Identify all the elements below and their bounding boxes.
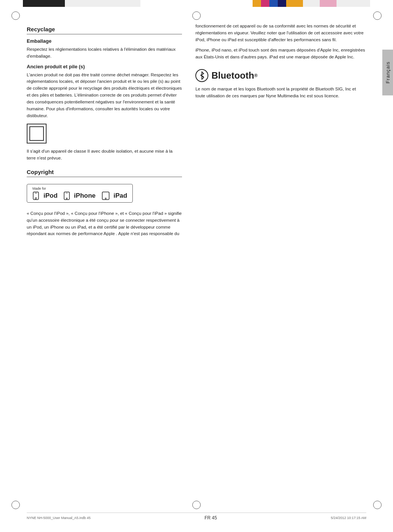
right-color-strip bbox=[253, 0, 370, 7]
reg-circle-bm bbox=[192, 501, 201, 509]
class2-icon bbox=[27, 124, 47, 143]
svg-point-7 bbox=[105, 198, 106, 199]
ipod-label: iPod bbox=[43, 192, 58, 200]
ancien-produit-subsection: Ancien produit et pile (s) L'ancien prod… bbox=[27, 64, 182, 119]
bluetooth-logo bbox=[195, 69, 208, 82]
footer-page: FR 45 bbox=[205, 515, 217, 521]
svg-point-1 bbox=[35, 197, 37, 199]
copyright-section: Copyright Made for iPod bbox=[27, 169, 182, 237]
bluetooth-section: Bluetooth® Le nom de marque et les logos… bbox=[195, 69, 366, 100]
bluetooth-heading: Bluetooth® bbox=[195, 69, 366, 82]
recyclage-section: Recyclage Emballage Respectez les réglem… bbox=[27, 26, 182, 162]
bluetooth-description: Le nom de marque et les logos Bluetooth … bbox=[195, 86, 366, 100]
made-for-box: Made for iPod bbox=[27, 184, 133, 203]
emballage-text: Respectez les réglementations locales re… bbox=[27, 46, 182, 60]
left-color-strip bbox=[23, 0, 140, 7]
footer-left: NYNE NH-5000_User Manual_A5.indb 45 bbox=[27, 516, 91, 520]
left-column: Recyclage Emballage Respectez les réglem… bbox=[27, 23, 190, 501]
bluetooth-text: Bluetooth bbox=[211, 70, 254, 81]
reg-circle-tl bbox=[11, 11, 20, 20]
copyright-heading: Copyright bbox=[27, 169, 182, 177]
ancien-produit-heading: Ancien produit et pile (s) bbox=[27, 64, 182, 69]
side-tab-francais: Français bbox=[382, 50, 393, 95]
right-text-1: fonctionnement de cet appareil ou de sa … bbox=[195, 23, 366, 43]
class2-inner bbox=[29, 126, 44, 141]
top-color-bar bbox=[0, 0, 393, 7]
emballage-subsection: Emballage Respectez les réglementations … bbox=[27, 38, 182, 60]
ancien-produit-text: L'ancien produit ne doit pas être traité… bbox=[27, 72, 182, 119]
svg-rect-6 bbox=[102, 192, 109, 200]
reg-circle-bl bbox=[11, 501, 20, 509]
footer: NYNE NH-5000_User Manual_A5.indb 45 FR 4… bbox=[27, 513, 366, 521]
right-column: fonctionnement de cet appareil ou de sa … bbox=[190, 23, 366, 501]
reg-circle-tr bbox=[373, 11, 382, 20]
made-for-devices: iPod iPhone bbox=[32, 192, 127, 200]
svg-point-4 bbox=[66, 198, 67, 199]
emballage-heading: Emballage bbox=[27, 38, 182, 44]
made-for-label: Made for bbox=[32, 187, 127, 190]
recyclage-heading: Recyclage bbox=[27, 26, 182, 34]
iphone-icon bbox=[64, 192, 70, 200]
ipod-icon bbox=[32, 192, 39, 200]
reg-circle-br bbox=[373, 501, 382, 509]
svg-rect-5 bbox=[66, 193, 68, 193]
page-content: Recyclage Emballage Respectez les réglem… bbox=[27, 23, 366, 501]
side-tab-label: Français bbox=[385, 61, 391, 84]
reg-circle-tm bbox=[192, 11, 201, 20]
class2-text: Il s'agit d'un appareil de classe II ave… bbox=[27, 148, 182, 162]
ipad-icon bbox=[102, 192, 110, 200]
ipad-label: iPad bbox=[114, 192, 127, 200]
iphone-label: iPhone bbox=[74, 192, 96, 200]
footer-right: 5/24/2012 10:17:15 AM bbox=[331, 516, 366, 520]
right-text-2: iPhone, iPod nano, et iPod touch sont de… bbox=[195, 47, 366, 61]
copyright-text: « Conçu pour l'iPod », « Conçu pour l'iP… bbox=[27, 210, 182, 237]
